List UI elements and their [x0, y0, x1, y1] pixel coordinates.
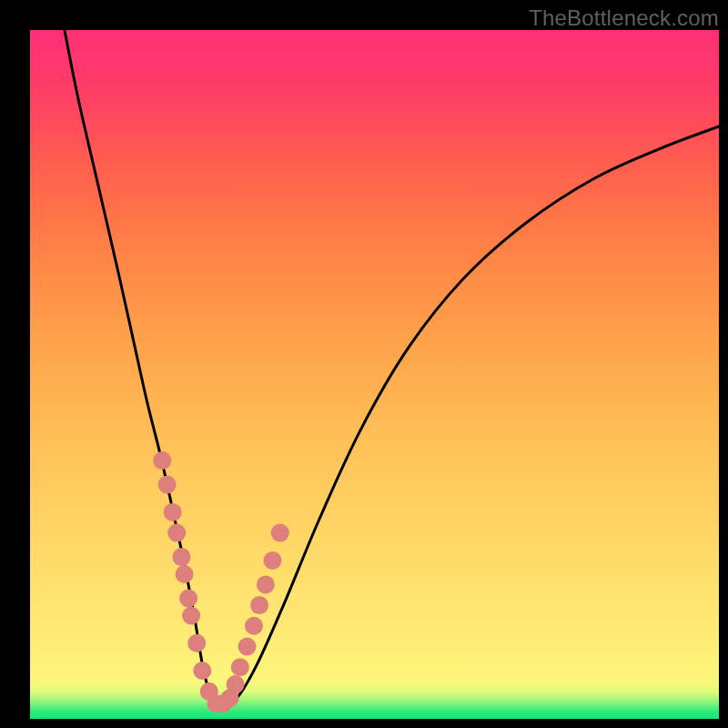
bottleneck-curve — [65, 30, 719, 705]
marker-dot — [245, 617, 263, 635]
marker-dot — [264, 551, 282, 570]
marker-dot — [271, 524, 289, 542]
marker-dot — [182, 607, 200, 625]
marker-dot — [238, 638, 257, 656]
marker-dot — [257, 575, 275, 593]
marker-dot — [227, 675, 245, 693]
marker-dot — [173, 548, 191, 566]
marker-dot — [250, 596, 268, 614]
marker-dot — [193, 662, 211, 680]
marker-dot — [164, 503, 182, 521]
watermark-text: TheBottleneck.com — [529, 5, 719, 31]
marker-dot — [158, 476, 177, 494]
marker-group — [153, 451, 288, 713]
plot-area — [30, 30, 719, 719]
marker-dot — [187, 634, 206, 652]
marker-dot — [167, 524, 186, 542]
marker-dot — [176, 565, 194, 583]
outer-frame: TheBottleneck.com — [0, 0, 728, 728]
marker-dot — [153, 451, 171, 470]
marker-dot — [231, 658, 249, 676]
chart-svg — [30, 30, 719, 719]
marker-dot — [179, 590, 197, 608]
